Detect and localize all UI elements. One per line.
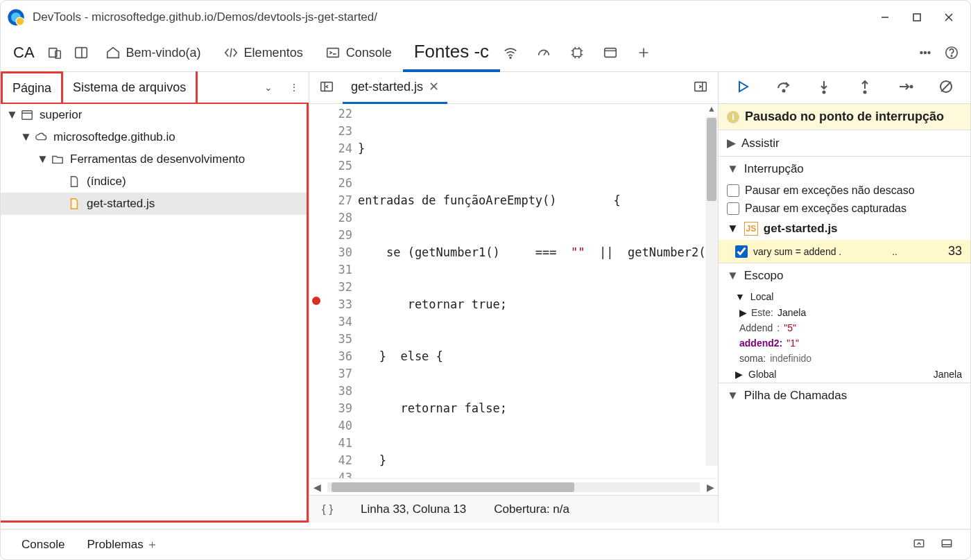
step-out-button[interactable]: [857, 78, 873, 97]
navigator-menu-icon[interactable]: ⋮: [280, 82, 309, 93]
pause-uncaught-checkbox[interactable]: Pausar em exceções não descaso: [719, 182, 970, 200]
scope-this[interactable]: ▶Este:Janela: [719, 305, 970, 320]
cursor-position: Linha 33, Coluna 13: [361, 502, 466, 516]
scope-local[interactable]: ▼Local: [719, 288, 970, 305]
step-over-button[interactable]: [775, 78, 792, 97]
code-editor-panel: get-started.js ✕ 22232425262728293031323…: [309, 72, 719, 523]
svg-point-33: [951, 55, 952, 56]
js-file-icon: [67, 198, 81, 210]
callstack-section[interactable]: ▼Pilha de Chamadas: [719, 383, 970, 408]
svg-point-47: [911, 86, 913, 88]
file-tree: ▼ superior ▼ microsoftedge.github.io ▼ F…: [1, 104, 309, 523]
svg-point-29: [920, 52, 922, 54]
toggle-navigator-icon[interactable]: [315, 79, 338, 96]
folder-icon: [51, 153, 65, 166]
line-gutter[interactable]: 2223242526272829303132333435363738394041…: [309, 104, 358, 478]
coverage-status: Cobertura: n/a: [494, 502, 569, 516]
svg-line-49: [941, 82, 951, 91]
deactivate-breakpoints-button[interactable]: [938, 78, 954, 97]
watch-section[interactable]: ▶Assistir: [719, 130, 970, 156]
svg-point-43: [823, 91, 825, 94]
info-icon: i: [727, 111, 739, 123]
debugger-controls: [719, 72, 970, 104]
svg-point-2: [16, 17, 24, 26]
tree-file-index[interactable]: (índice): [1, 170, 307, 193]
drawer: Console Problemas ＋: [1, 529, 970, 559]
tree-domain[interactable]: ▼ microsoftedge.github.io: [1, 126, 307, 148]
breakpoints-section: ▼Interrupção Pausar em exceções não desc…: [719, 156, 970, 263]
pretty-print-icon[interactable]: { }: [322, 502, 333, 516]
help-icon[interactable]: [941, 42, 962, 63]
disclosure-icon: ▼: [6, 108, 15, 122]
resume-button[interactable]: [734, 78, 751, 97]
performance-icon[interactable]: [533, 42, 554, 63]
scope-global[interactable]: ▶GlobalJanela: [719, 366, 970, 383]
editor-tabs: get-started.js ✕: [309, 72, 718, 104]
svg-point-30: [925, 52, 927, 54]
scope-addend2[interactable]: addend2:"1": [719, 335, 970, 351]
breakpoint-marker[interactable]: [312, 297, 320, 305]
inspect-toggle[interactable]: CA: [6, 44, 42, 62]
document-icon: [67, 175, 81, 188]
scope-addend[interactable]: Addend:"5": [719, 320, 970, 335]
pause-caught-checkbox[interactable]: Pausar em exceções capturadas: [719, 200, 970, 218]
svg-rect-16: [574, 49, 581, 57]
tab-elements[interactable]: Elementos: [212, 34, 314, 72]
navigator-tab-page[interactable]: Página: [1, 71, 63, 103]
dock-side-icon[interactable]: [71, 42, 92, 63]
drawer-dock-icon[interactable]: [933, 536, 961, 552]
disclosure-icon: ▼: [37, 152, 45, 166]
svg-point-31: [928, 52, 930, 54]
tab-welcome[interactable]: Bem-vindo(a): [94, 34, 212, 72]
disclosure-icon: ▼: [20, 130, 28, 144]
device-toolbar-icon[interactable]: [44, 42, 65, 63]
svg-rect-34: [22, 111, 32, 120]
drawer-tab-console[interactable]: Console: [10, 538, 76, 552]
svg-point-14: [510, 57, 511, 58]
svg-rect-12: [327, 49, 338, 58]
tab-sources[interactable]: Fontes -c: [403, 34, 500, 72]
window-minimize-button[interactable]: [869, 6, 901, 28]
svg-rect-25: [605, 49, 617, 58]
tab-console[interactable]: Console: [314, 34, 403, 72]
editor-statusbar: { } Linha 33, Coluna 13 Cobertura: n/a: [309, 495, 718, 523]
svg-point-45: [863, 91, 866, 94]
breakpoint-file-row[interactable]: ▼JSget-started.js: [719, 218, 970, 240]
debugger-panel: i Pausado no ponto de interrupção ▶Assis…: [719, 72, 970, 523]
svg-line-15: [544, 51, 547, 55]
frame-icon: [20, 109, 34, 121]
navigator-panel: Página Sistema de arquivos ⌄ ⋮ ▼ superio…: [1, 72, 309, 523]
svg-marker-40: [739, 82, 748, 91]
code-body[interactable]: 2223242526272829303132333435363738394041…: [309, 104, 718, 478]
navigator-more-tabs-icon[interactable]: ⌄: [257, 82, 280, 93]
cloud-icon: [34, 131, 48, 143]
add-drawer-tab-icon[interactable]: ＋: [146, 538, 158, 551]
scope-soma[interactable]: soma:indefinido: [719, 351, 970, 366]
navigator-tab-filesystem[interactable]: Sistema de arquivos: [63, 71, 198, 103]
file-tab-getstarted[interactable]: get-started.js ✕: [343, 72, 447, 104]
add-tab-icon[interactable]: [633, 42, 654, 63]
svg-point-41: [782, 90, 784, 92]
scope-section: ▼Escopo ▼Local ▶Este:Janela Addend:"5" a…: [719, 263, 970, 383]
window-close-button[interactable]: [933, 6, 965, 28]
svg-rect-9: [75, 48, 87, 58]
application-icon[interactable]: [600, 42, 621, 63]
tree-file-getstarted[interactable]: get-started.js: [1, 193, 307, 215]
navigator-tabs: Página Sistema de arquivos ⌄ ⋮: [1, 72, 309, 104]
step-button[interactable]: [897, 78, 913, 97]
drawer-expand-icon[interactable]: [905, 536, 933, 552]
code-lines[interactable]: } entradas de funçãoAreEmpty() { se (get…: [358, 104, 705, 478]
breakpoint-entry[interactable]: vary sum = addend . .. 33: [719, 240, 970, 263]
more-options-icon[interactable]: [915, 42, 936, 63]
step-into-button[interactable]: [816, 78, 832, 97]
tree-top-frame[interactable]: ▼ superior: [1, 104, 307, 126]
tree-folder[interactable]: ▼ Ferramentas de desenvolvimento: [1, 148, 307, 170]
toggle-debugger-icon[interactable]: [689, 79, 712, 96]
close-tab-icon[interactable]: ✕: [429, 79, 439, 94]
network-conditions-icon[interactable]: [500, 42, 521, 63]
horizontal-scrollbar[interactable]: ◀ ▶: [309, 478, 718, 495]
vertical-scrollbar[interactable]: ▲: [705, 104, 718, 478]
drawer-tab-problems[interactable]: Problemas ＋: [76, 536, 169, 552]
memory-icon[interactable]: [567, 42, 587, 63]
window-maximize-button[interactable]: [901, 6, 933, 28]
